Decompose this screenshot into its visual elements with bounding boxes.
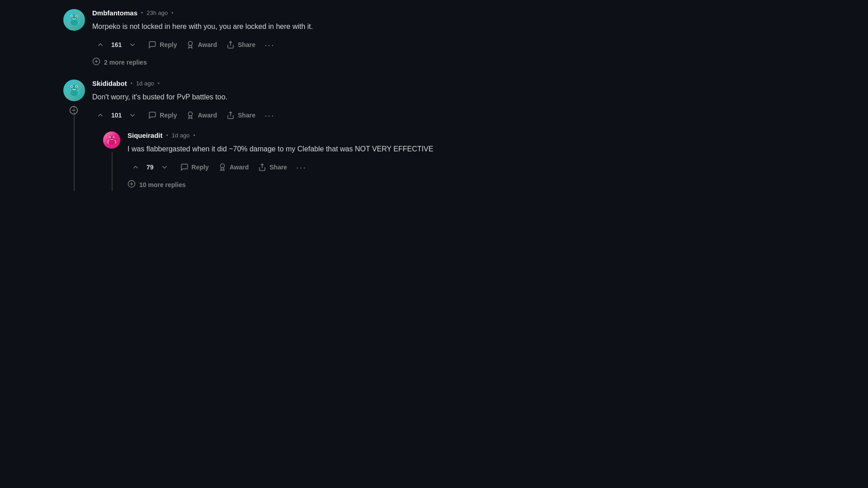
award-icon-nested bbox=[218, 163, 227, 172]
award-icon-1 bbox=[186, 40, 195, 49]
share-button-2[interactable]: Share bbox=[222, 108, 259, 122]
username-skididabot: Skididabot bbox=[92, 80, 127, 87]
more-options-button-nested[interactable]: ··· bbox=[292, 160, 310, 174]
share-label-2: Share bbox=[238, 112, 255, 119]
upvote-icon-1 bbox=[96, 40, 105, 49]
award-label-2: Award bbox=[198, 112, 217, 119]
svg-point-6 bbox=[189, 42, 193, 46]
upvote-button-1[interactable] bbox=[92, 38, 108, 52]
downvote-icon-nested bbox=[160, 163, 169, 172]
share-label-1: Share bbox=[238, 41, 255, 48]
avatar-dmbfantomas bbox=[63, 9, 85, 31]
more-replies-icon-nested bbox=[127, 180, 136, 189]
award-label-nested: Award bbox=[230, 164, 249, 171]
more-options-button-2[interactable]: ··· bbox=[261, 108, 278, 122]
downvote-button-nested[interactable] bbox=[156, 160, 173, 174]
reply-label-2: Reply bbox=[160, 112, 177, 119]
svg-point-3 bbox=[71, 15, 73, 17]
username-siqueiradit: Siqueiradit bbox=[127, 131, 163, 139]
nested-action-bar: 79 bbox=[127, 160, 633, 174]
reply-button-1[interactable]: Reply bbox=[144, 38, 180, 52]
vote-count-1: 161 bbox=[111, 41, 122, 48]
nested-comment-block: Siqueiradit • 1d ago • I was flabbergast… bbox=[103, 131, 633, 191]
award-button-2[interactable]: Award bbox=[182, 108, 221, 122]
svg-point-18 bbox=[71, 90, 78, 96]
more-options-button-1[interactable]: ··· bbox=[261, 38, 278, 52]
award-icon-2 bbox=[186, 111, 195, 120]
reply-button-nested[interactable]: Reply bbox=[176, 160, 212, 174]
award-button-1[interactable]: Award bbox=[182, 38, 221, 52]
nested-vote-section: 79 bbox=[127, 160, 173, 174]
svg-point-17 bbox=[76, 86, 77, 87]
svg-point-5 bbox=[71, 19, 78, 25]
svg-point-26 bbox=[108, 140, 114, 145]
comment-block-2: Skididabot • 1d ago • Don't worry, it's … bbox=[63, 80, 633, 191]
username-dmbfantomas: Dmbfantomas bbox=[92, 9, 137, 17]
downvote-icon-1 bbox=[128, 40, 137, 49]
nested-more-replies-text: 10 more replies bbox=[139, 181, 186, 188]
comment-text-1: Morpeko is not locked in here with you, … bbox=[92, 21, 633, 32]
upvote-button-2[interactable] bbox=[92, 108, 108, 122]
reply-icon-2 bbox=[148, 111, 157, 120]
more-replies-text-1: 2 more replies bbox=[104, 59, 147, 66]
share-icon-nested bbox=[258, 163, 267, 172]
svg-point-4 bbox=[76, 15, 77, 17]
nested-comment-content: Siqueiradit • 1d ago • I was flabbergast… bbox=[127, 131, 633, 191]
downvote-button-2[interactable] bbox=[124, 108, 141, 122]
comment-text-2: Don't worry, it's busted for PvP battles… bbox=[92, 92, 633, 103]
avatar-siqueiradit bbox=[103, 131, 120, 149]
collapse-button-2[interactable] bbox=[68, 105, 79, 116]
comment-content-2: Skididabot • 1d ago • Don't worry, it's … bbox=[92, 80, 633, 191]
timestamp-2: 1d ago bbox=[136, 80, 154, 87]
downvote-button-1[interactable] bbox=[124, 38, 141, 52]
share-label-nested: Share bbox=[269, 164, 287, 171]
svg-point-27 bbox=[220, 164, 224, 168]
reply-icon-1 bbox=[148, 40, 157, 49]
comment-header-1: Dmbfantomas • 23h ago • bbox=[92, 9, 633, 17]
upvote-button-nested[interactable] bbox=[127, 160, 144, 174]
comments-container: Dmbfantomas • 23h ago • Morpeko is not l… bbox=[0, 0, 633, 211]
share-icon-2 bbox=[226, 111, 235, 120]
timestamp-1: 23h ago bbox=[146, 9, 168, 16]
reply-label-nested: Reply bbox=[192, 164, 209, 171]
svg-point-19 bbox=[189, 112, 193, 116]
action-bar-2: 101 Reply bbox=[92, 108, 633, 122]
vote-section-1: 161 bbox=[92, 38, 141, 52]
award-label-1: Award bbox=[198, 41, 217, 48]
avatar-skididabot bbox=[63, 80, 85, 101]
nested-more-replies[interactable]: 10 more replies bbox=[127, 178, 633, 191]
reply-label-1: Reply bbox=[160, 41, 177, 48]
nested-vote-count: 79 bbox=[146, 164, 154, 171]
nested-comment-text: I was flabbergasted when it did ~70% dam… bbox=[127, 144, 633, 155]
vote-section-2: 101 bbox=[92, 108, 141, 122]
upvote-icon-2 bbox=[96, 111, 105, 120]
svg-point-25 bbox=[113, 136, 114, 137]
more-replies-1[interactable]: 2 more replies bbox=[92, 56, 633, 69]
reply-icon-nested bbox=[180, 163, 189, 172]
share-button-nested[interactable]: Share bbox=[254, 160, 291, 174]
reply-button-2[interactable]: Reply bbox=[144, 108, 180, 122]
comment-header-2: Skididabot • 1d ago • bbox=[92, 80, 633, 87]
upvote-icon-nested bbox=[131, 163, 140, 172]
thread-line-2 bbox=[74, 105, 75, 191]
share-button-1[interactable]: Share bbox=[222, 38, 259, 52]
vote-count-2: 101 bbox=[111, 112, 122, 119]
nested-thread-line bbox=[112, 152, 113, 191]
nested-timestamp: 1d ago bbox=[172, 132, 190, 139]
comment-content-1: Dmbfantomas • 23h ago • Morpeko is not l… bbox=[92, 9, 633, 69]
svg-point-24 bbox=[109, 136, 110, 137]
share-icon-1 bbox=[226, 40, 235, 49]
award-button-nested[interactable]: Award bbox=[214, 160, 253, 174]
svg-point-16 bbox=[71, 86, 73, 87]
action-bar-1: 161 Reply bbox=[92, 38, 633, 52]
nested-comment-header: Siqueiradit • 1d ago • bbox=[127, 131, 633, 139]
comment-block-1: Dmbfantomas • 23h ago • Morpeko is not l… bbox=[63, 9, 633, 69]
more-replies-icon-1 bbox=[92, 57, 100, 67]
downvote-icon-2 bbox=[128, 111, 137, 120]
